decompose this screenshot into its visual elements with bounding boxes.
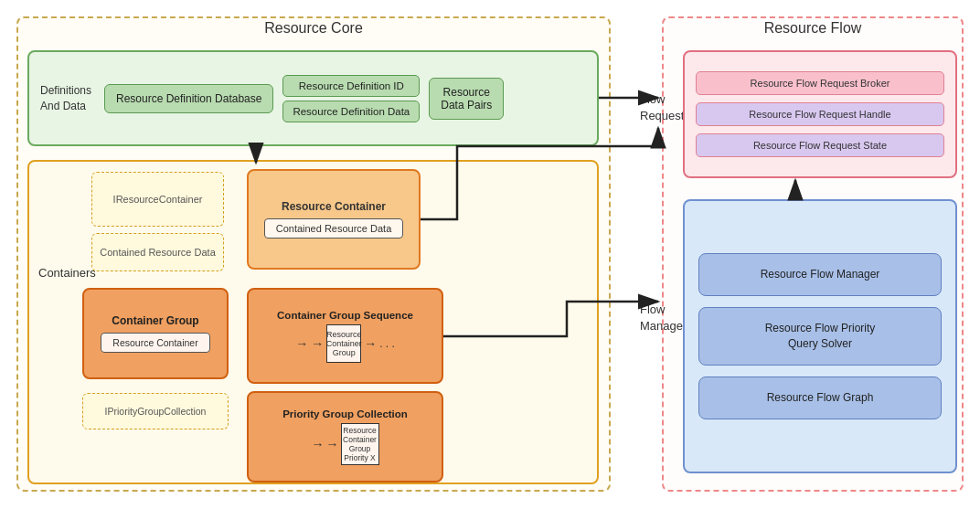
diagram: Resource Core Resource Flow DefinitionsA… (0, 0, 980, 509)
cgs-dots: . . . (379, 337, 395, 350)
resource-definition-data: Resource Definition Data (282, 101, 420, 122)
cgs-title: Container Group Sequence (277, 310, 413, 321)
ipriority-box: IPriorityGroupCollection (82, 393, 229, 429)
pgc-title: Priority Group Collection (282, 408, 408, 419)
resource-container-title: Resource Container (282, 200, 386, 213)
arrow-1: → (295, 336, 308, 351)
arrow-2: → (311, 336, 324, 351)
contained-resource-data-dashed: Contained Resource Data (91, 233, 224, 271)
flow-management-box: Resource Flow Manager Resource Flow Prio… (683, 199, 957, 473)
flow-requests-box: Resource Flow Request Broker Resource Fl… (683, 50, 957, 178)
pgc-arrow-2: → (326, 437, 339, 451)
cgs-inner: → → ResourceContainerGroup → . . . (295, 324, 395, 363)
iresource-container-box: IResourceContainer (91, 172, 224, 227)
container-group-sequence: Container Group Sequence → → ResourceCon… (247, 288, 443, 384)
container-group-inner: Resource Container (101, 333, 209, 353)
pgc-inner: → → ResourceContainerGroupPriority X (312, 423, 379, 465)
ipriority-label: IPriorityGroupCollection (105, 406, 207, 417)
container-group-title: Container Group (112, 314, 198, 327)
definitions-label: DefinitionsAnd Data (40, 83, 95, 114)
contained-resource-data-label: Contained Resource Data (100, 247, 216, 258)
arrow-3: → (364, 336, 377, 351)
resource-core-title: Resource Core (16, 20, 611, 37)
iresource-container-label: IResourceContainer (113, 194, 203, 205)
green-section: DefinitionsAnd Data Resource Definition … (27, 50, 599, 146)
pgc-arrow-1: → (312, 437, 325, 451)
resource-definition-id: Resource Definition ID (282, 75, 420, 97)
container-group: Container Group Resource Container (82, 288, 229, 379)
resource-definition-database: Resource Definition Database (104, 84, 273, 113)
resource-container-solid: Resource Container Contained Resource Da… (247, 169, 421, 270)
priority-group-collection: Priority Group Collection → → ResourceCo… (247, 391, 443, 482)
pgc-cell: ResourceContainerGroupPriority X (341, 423, 379, 465)
flow-priority-query-solver: Resource Flow PriorityQuery Solver (698, 307, 942, 366)
flow-graph: Resource Flow Graph (698, 376, 942, 419)
cgs-cell-1: ResourceContainerGroup (326, 324, 361, 363)
flow-manager: Resource Flow Manager (698, 253, 942, 296)
resource-container-inner: Contained Resource Data (264, 218, 404, 239)
flow-request-broker: Resource Flow Request Broker (696, 71, 944, 95)
flow-request-handle: Resource Flow Request Handle (696, 102, 944, 126)
resource-data-pairs: ResourceData Pairs (429, 78, 504, 120)
containers-label: Containers (38, 265, 96, 281)
flow-request-state: Resource Flow Request State (696, 133, 944, 157)
definition-stack: Resource Definition ID Resource Definiti… (282, 75, 420, 122)
resource-flow-title: Resource Flow (662, 20, 964, 37)
